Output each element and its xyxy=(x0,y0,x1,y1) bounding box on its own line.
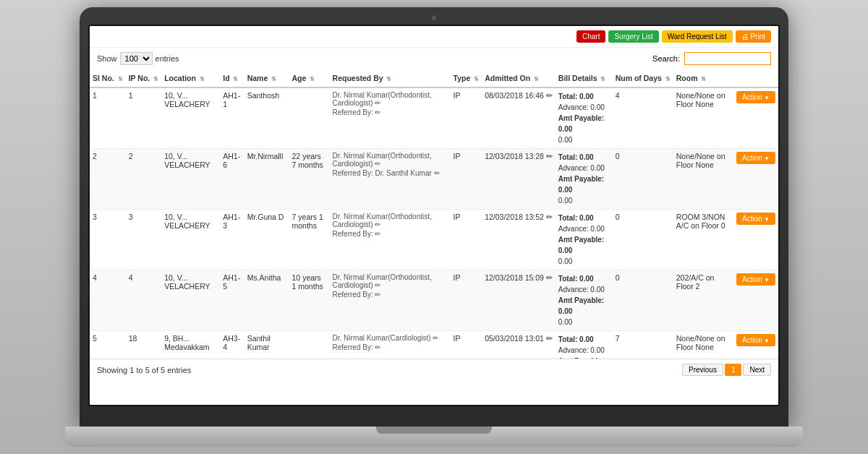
surgery-list-button[interactable]: Surgery List xyxy=(608,30,658,43)
showing-entries-text: Showing 1 to 5 of 5 entries xyxy=(97,366,191,374)
cell-room: None/None on Floor None xyxy=(673,149,733,210)
cell-requested-by: Dr. Nirmal Kumar(Orthodontist, Cardiolog… xyxy=(330,149,451,210)
cell-requested-by: Dr. Nirmal Kumar(Orthodontist, Cardiolog… xyxy=(330,270,451,331)
table-header-row: Sl No. ⇅ IP No. ⇅ Location ⇅ Id ⇅ Name ⇅… xyxy=(90,69,778,87)
search-label: Search: xyxy=(652,54,680,63)
cell-requested-by: Dr. Nirmal Kumar(Orthodontist, Cardiolog… xyxy=(330,87,451,149)
cell-id: AH3-4 xyxy=(220,331,244,359)
cell-bill-details: Total: 0.00 Advance: 0.00 Amt Payable: 0… xyxy=(556,210,613,270)
cell-action[interactable]: Action xyxy=(733,87,778,149)
action-button[interactable]: Action xyxy=(736,273,775,286)
cell-age: 10 years 1 months xyxy=(289,270,330,331)
col-admitted-on: Admitted On ⇅ xyxy=(482,69,556,87)
col-room: Room ⇅ xyxy=(673,69,733,87)
cell-type: IP xyxy=(451,149,482,210)
prev-button[interactable]: Previous xyxy=(682,364,723,376)
cell-name: Santhil Kumar xyxy=(244,331,289,359)
cell-id: AH1-1 xyxy=(220,87,244,149)
action-button[interactable]: Action xyxy=(736,213,775,225)
cell-type: IP xyxy=(451,331,482,359)
table-row: 5 18 9, BH... Medavakkam AH3-4 Santhil K… xyxy=(90,331,778,359)
cell-name: Mr.Guna D xyxy=(244,210,289,270)
cell-ip-no: 1 xyxy=(126,87,161,149)
col-name: Name ⇅ xyxy=(244,69,289,87)
cell-admitted-on: 12/03/2018 15:09 ✏ xyxy=(482,270,556,331)
cell-action[interactable]: Action xyxy=(733,331,778,359)
action-button[interactable]: Action xyxy=(736,334,775,346)
chart-button[interactable]: Chart xyxy=(576,30,605,43)
table-row: 4 4 10, V... VELACHERY AH1-5 Ms.Anitha 1… xyxy=(90,270,778,331)
cell-location: 10, V... VELACHERY xyxy=(161,149,220,210)
cell-action[interactable]: Action xyxy=(733,210,778,270)
cell-requested-by: Dr. Nirmal Kumar(Cardiologist) ✏ Referre… xyxy=(330,331,451,359)
cell-age: 22 years 7 months xyxy=(289,149,330,210)
search-input[interactable] xyxy=(684,52,771,65)
col-id: Id ⇅ xyxy=(220,69,244,87)
inpatient-table: Sl No. ⇅ IP No. ⇅ Location ⇅ Id ⇅ Name ⇅… xyxy=(90,69,778,359)
cell-age xyxy=(289,87,330,149)
cell-bill-details: Total: 0.00 Advance: 0.00 Amt Payable: 0… xyxy=(556,87,613,149)
cell-ip-no: 4 xyxy=(126,270,161,331)
cell-sl-no: 4 xyxy=(90,270,126,331)
col-location: Location ⇅ xyxy=(161,69,220,87)
cell-age: 7 years 1 months xyxy=(289,210,330,270)
cell-bill-details: Total: 0.00 Advance: 0.00 Amt Payable: 0… xyxy=(556,331,613,359)
cell-num-days: 7 xyxy=(613,331,673,359)
ward-request-button[interactable]: Ward Request List xyxy=(662,30,733,43)
page-1-button[interactable]: 1 xyxy=(725,364,742,376)
cell-action[interactable]: Action xyxy=(733,270,778,331)
show-entries-group: Show 100 25 50 entries xyxy=(97,52,179,65)
cell-room: None/None on Floor None xyxy=(673,331,733,359)
print-button[interactable]: 🖨 Print xyxy=(736,30,771,43)
cell-location: 10, V... VELACHERY xyxy=(161,210,220,270)
cell-admitted-on: 12/03/2018 13:52 ✏ xyxy=(482,210,556,270)
cell-sl-no: 3 xyxy=(90,210,126,270)
col-sl-no: Sl No. ⇅ xyxy=(90,69,126,87)
col-num-days: Num of Days ⇅ xyxy=(613,69,673,87)
cell-sl-no: 1 xyxy=(90,87,126,149)
cell-ip-no: 2 xyxy=(126,149,161,210)
cell-name: Mr.Nirmalll xyxy=(244,149,289,210)
cell-room: 202/A/C on Floor 2 xyxy=(673,270,733,331)
show-label: Show xyxy=(97,54,117,63)
cell-room: None/None on Floor None xyxy=(673,87,733,149)
cell-type: IP xyxy=(451,87,482,149)
entries-select[interactable]: 100 25 50 xyxy=(120,52,153,65)
pagination: Previous 1 Next xyxy=(682,364,771,376)
cell-action[interactable]: Action xyxy=(733,149,778,210)
action-button[interactable]: Action xyxy=(736,152,775,164)
col-action xyxy=(733,69,778,87)
cell-bill-details: Total: 0.00 Advance: 0.00 Amt Payable: 0… xyxy=(556,270,613,331)
col-age: Age ⇅ xyxy=(289,69,330,87)
cell-num-days: 0 xyxy=(613,270,673,331)
cell-sl-no: 5 xyxy=(90,331,126,359)
cell-bill-details: Total: 0.00 Advance: 0.00 Amt Payable: 0… xyxy=(556,149,613,210)
col-ip-no: IP No. ⇅ xyxy=(126,69,161,87)
cell-id: AH1-3 xyxy=(220,210,244,270)
cell-type: IP xyxy=(451,270,482,331)
cell-location: 9, BH... Medavakkam xyxy=(161,331,220,359)
cell-ip-no: 18 xyxy=(126,331,161,359)
next-button[interactable]: Next xyxy=(743,364,771,376)
table-footer: Showing 1 to 5 of 5 entries Previous 1 N… xyxy=(90,359,778,380)
cell-num-days: 0 xyxy=(613,210,673,270)
action-button[interactable]: Action xyxy=(736,91,775,103)
cell-location: 10, V... VELACHERY xyxy=(161,270,220,331)
cell-room: ROOM 3/NON A/C on Floor 0 xyxy=(673,210,733,270)
cell-age xyxy=(289,331,330,359)
cell-sl-no: 2 xyxy=(90,149,126,210)
controls-bar: Show 100 25 50 entries Search: xyxy=(90,48,778,69)
cell-admitted-on: 08/03/2018 16:46 ✏ xyxy=(482,87,556,149)
cell-id: AH1-6 xyxy=(220,149,244,210)
table-row: 3 3 10, V... VELACHERY AH1-3 Mr.Guna D 7… xyxy=(90,210,778,270)
col-type: Type ⇅ xyxy=(451,69,482,87)
cell-location: 10, V... VELACHERY xyxy=(161,87,220,149)
cell-name: Ms.Anitha xyxy=(244,270,289,331)
top-toolbar: Chart Surgery List Ward Request List 🖨 P… xyxy=(90,26,778,48)
cell-num-days: 4 xyxy=(613,87,673,149)
table-row: 1 1 10, V... VELACHERY AH1-1 Santhosh Dr… xyxy=(90,87,778,149)
cell-num-days: 0 xyxy=(613,149,673,210)
cell-type: IP xyxy=(451,210,482,270)
cell-name: Santhosh xyxy=(244,87,289,149)
col-bill-details: Bill Details ⇅ xyxy=(556,69,613,87)
